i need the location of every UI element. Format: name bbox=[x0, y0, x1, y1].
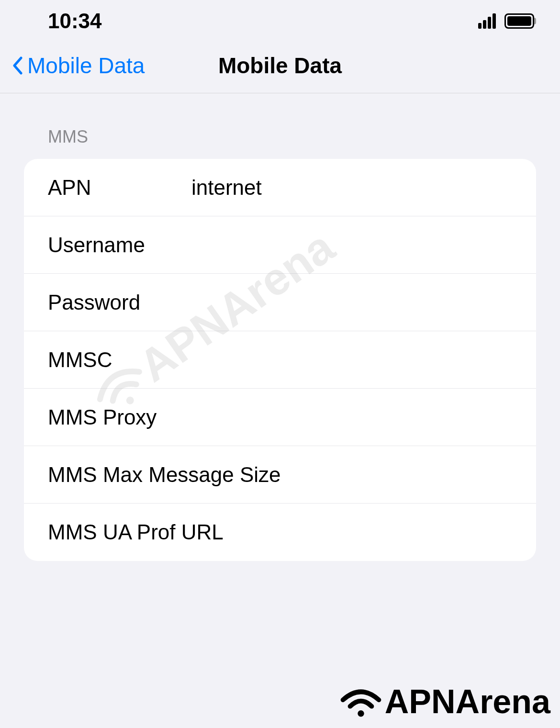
status-bar: 10:34 bbox=[0, 0, 560, 43]
chevron-left-icon bbox=[12, 56, 22, 75]
mmsc-input[interactable] bbox=[191, 348, 536, 372]
password-label: Password bbox=[48, 291, 191, 314]
password-input[interactable] bbox=[191, 291, 536, 314]
mms-ua-prof-label: MMS UA Prof URL bbox=[48, 520, 536, 544]
username-input[interactable] bbox=[191, 233, 536, 257]
signal-icon bbox=[478, 13, 496, 29]
mms-ua-prof-row[interactable]: MMS UA Prof URL bbox=[24, 504, 536, 561]
battery-icon bbox=[504, 13, 536, 29]
navigation-bar: Mobile Data Mobile Data bbox=[0, 43, 560, 93]
password-row[interactable]: Password bbox=[24, 274, 536, 331]
page-title: Mobile Data bbox=[218, 53, 342, 78]
settings-group: APN Username Password MMSC MMS Proxy MMS… bbox=[24, 159, 536, 561]
mmsc-label: MMSC bbox=[48, 348, 191, 372]
mms-proxy-input[interactable] bbox=[191, 405, 536, 429]
apn-row[interactable]: APN bbox=[24, 159, 536, 216]
footer-logo: APNArena bbox=[339, 683, 550, 721]
username-row[interactable]: Username bbox=[24, 216, 536, 274]
apn-label: APN bbox=[48, 176, 191, 200]
footer-logo-text: APNArena bbox=[385, 683, 550, 721]
svg-point-1 bbox=[358, 710, 364, 717]
section-header: MMS bbox=[0, 127, 560, 159]
username-label: Username bbox=[48, 233, 191, 257]
mms-proxy-row[interactable]: MMS Proxy bbox=[24, 389, 536, 446]
mms-max-size-row[interactable]: MMS Max Message Size bbox=[24, 446, 536, 504]
status-time: 10:34 bbox=[48, 9, 102, 33]
apn-input[interactable] bbox=[191, 176, 536, 200]
content: MMS APN Username Password MMSC MMS Proxy… bbox=[0, 93, 560, 561]
wifi-icon bbox=[339, 685, 382, 718]
mmsc-row[interactable]: MMSC bbox=[24, 331, 536, 389]
back-button[interactable]: Mobile Data bbox=[12, 53, 145, 78]
status-indicators bbox=[478, 13, 536, 29]
back-label: Mobile Data bbox=[27, 53, 145, 78]
mms-max-size-label: MMS Max Message Size bbox=[48, 463, 536, 487]
mms-proxy-label: MMS Proxy bbox=[48, 405, 191, 429]
